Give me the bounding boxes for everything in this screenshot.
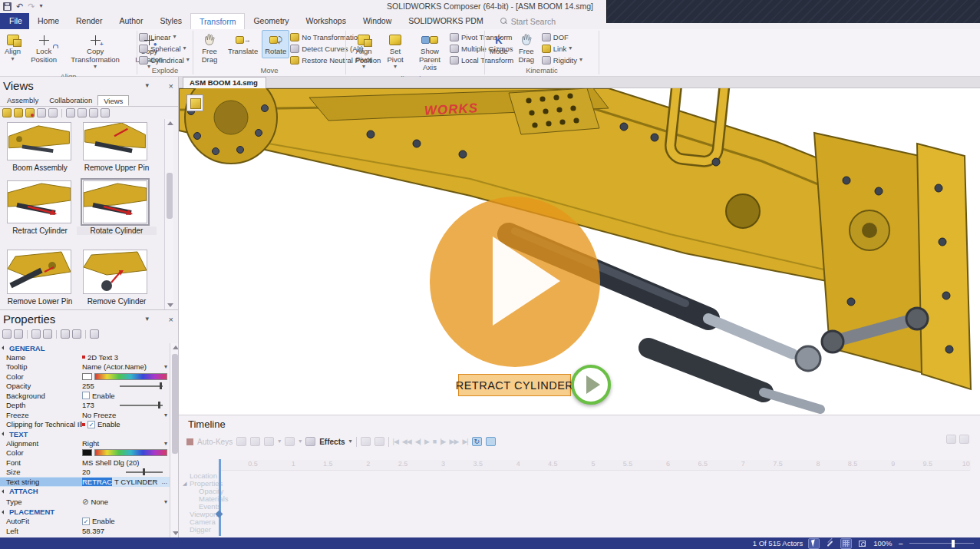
filter-keys-icon[interactable] bbox=[264, 437, 274, 446]
views-close-icon[interactable]: × bbox=[169, 81, 173, 91]
prop-row-autofit[interactable]: AutoFit ✓Enable bbox=[0, 517, 170, 527]
dropdown-caret-icon[interactable]: ▾ bbox=[164, 440, 167, 447]
actor-key-icon[interactable] bbox=[250, 437, 260, 446]
new-view-icon[interactable] bbox=[2, 108, 12, 117]
file-menu-button[interactable]: File bbox=[0, 13, 29, 29]
select-keys-icon[interactable] bbox=[361, 437, 371, 446]
text-color-gradient-picker[interactable] bbox=[94, 449, 167, 456]
duplicate-view-icon[interactable] bbox=[37, 108, 46, 117]
views-scrollbar[interactable] bbox=[164, 119, 173, 309]
tab-styles[interactable]: Styles bbox=[151, 13, 190, 29]
zoom-slider[interactable] bbox=[909, 543, 974, 544]
retract-cylinder-actor-label[interactable]: RETRACT CYLINDER bbox=[458, 374, 571, 396]
zoom-out-button[interactable]: − bbox=[899, 540, 903, 547]
align-pivot-button[interactable]: Align Pivot ▾ bbox=[348, 30, 380, 72]
prop-row-size[interactable]: Size 20 bbox=[0, 468, 170, 478]
link-button[interactable]: Link▾ bbox=[542, 43, 582, 54]
search-box[interactable]: Start Search bbox=[492, 13, 563, 29]
stop-button[interactable]: ■ bbox=[433, 438, 436, 445]
record-view-icon[interactable] bbox=[25, 108, 35, 117]
text-string-rest[interactable]: T CYLINDER bbox=[114, 478, 157, 486]
prop-row-color[interactable]: Color bbox=[0, 372, 170, 382]
kinematic-free-drag-button[interactable]: Free Drag bbox=[512, 30, 541, 66]
alphabetical-icon[interactable] bbox=[14, 329, 23, 339]
new-window-icon[interactable] bbox=[90, 329, 99, 339]
tab-assembly[interactable]: Assembly bbox=[2, 95, 44, 106]
video-play-overlay[interactable] bbox=[430, 197, 600, 367]
style-brush-icon[interactable] bbox=[48, 108, 58, 117]
minimize-during-playback-button-active[interactable] bbox=[486, 437, 496, 446]
view-thumbnail-remove-lower-pin[interactable] bbox=[7, 250, 71, 294]
effects-label[interactable]: Effects bbox=[319, 438, 345, 446]
effects-icon[interactable] bbox=[305, 437, 315, 446]
reset-icon[interactable] bbox=[61, 329, 70, 339]
properties-scrollbar-thumb[interactable] bbox=[172, 354, 178, 454]
set-key-icon[interactable] bbox=[236, 437, 246, 446]
views-scrollbar-thumb[interactable] bbox=[167, 173, 173, 219]
prop-row-alignment[interactable]: Alignment Right▾ bbox=[0, 438, 170, 448]
view-thumbnail-label[interactable]: Rotate Cylinder bbox=[77, 227, 157, 235]
document-tab[interactable]: ASM BOOM 14.smg bbox=[183, 77, 266, 88]
color-gradient-picker[interactable] bbox=[94, 373, 167, 380]
viewport-pages-icon[interactable] bbox=[186, 94, 203, 111]
render-keys-icon[interactable] bbox=[285, 437, 295, 446]
timeline-playhead[interactable] bbox=[219, 459, 221, 536]
view-thumbnail-boom-assembly[interactable] bbox=[7, 122, 71, 160]
tab-collaboration[interactable]: Collaboration bbox=[44, 95, 97, 106]
zoom-slider-thumb[interactable] bbox=[952, 540, 955, 547]
camera-view-2-icon[interactable] bbox=[78, 108, 87, 117]
select-cursor-icon[interactable] bbox=[809, 539, 819, 548]
tab-transform[interactable]: Transform bbox=[190, 13, 245, 29]
step-forward-button[interactable]: |▶ bbox=[440, 438, 445, 445]
go-to-start-button[interactable]: |◀ bbox=[393, 438, 398, 445]
camera-view-3-icon[interactable] bbox=[89, 108, 98, 117]
kinematic-mode-button[interactable]: K Mode bbox=[487, 30, 511, 58]
render-mode-icon[interactable] bbox=[857, 539, 867, 548]
timeline-ruler[interactable]: 0.511.522.533.544.555.566.577.588.599.51… bbox=[220, 460, 971, 471]
play-button[interactable]: ▶ bbox=[424, 438, 429, 445]
tab-solidworks-pdm[interactable]: SOLIDWORKS PDM bbox=[400, 13, 491, 29]
prop-row-clipping[interactable]: Clipping for Technical Illustr... ✓Enabl… bbox=[0, 420, 170, 430]
section-attach[interactable]: ATTACH bbox=[0, 487, 170, 496]
camera-view-4-icon[interactable] bbox=[101, 108, 110, 117]
properties-close-icon[interactable]: × bbox=[169, 315, 173, 324]
prop-row-tooltip[interactable]: Tooltip Name (Actor.Name)▾ bbox=[0, 362, 170, 372]
auto-keys-label[interactable]: Auto-Keys bbox=[197, 438, 233, 446]
tab-views[interactable]: Views bbox=[97, 95, 129, 106]
tab-workshops[interactable]: Workshops bbox=[298, 13, 355, 29]
tab-window[interactable]: Window bbox=[355, 13, 400, 29]
align-button[interactable]: Align ▾ bbox=[2, 30, 24, 64]
tab-geometry[interactable]: Geometry bbox=[245, 13, 297, 29]
copy-transformation-button[interactable]: + Copy Transformation ▾ bbox=[64, 30, 127, 72]
autofit-checkbox-checked[interactable]: ✓ bbox=[82, 518, 90, 525]
color-swatch[interactable] bbox=[82, 373, 92, 380]
scroll-up-icon[interactable] bbox=[167, 121, 173, 125]
view-thumbnail-rotate-cylinder-selected[interactable] bbox=[83, 180, 147, 223]
view-thumbnail-label[interactable]: Retract Cylinder bbox=[0, 227, 80, 235]
view-thumbnail-label[interactable]: Boom Assembly bbox=[0, 164, 80, 172]
rotate-button-active[interactable]: ⤸ Rotate bbox=[262, 30, 289, 58]
prop-row-background[interactable]: Background Enable bbox=[0, 391, 170, 401]
paint-selection-icon[interactable] bbox=[825, 539, 835, 548]
prop-row-font[interactable]: Font MS Shell Dlg (20) bbox=[0, 458, 170, 468]
lock-position-button[interactable]: Lock Position bbox=[25, 30, 63, 66]
free-drag-button[interactable]: Free Drag bbox=[195, 30, 224, 66]
camera-view-1-icon[interactable] bbox=[66, 108, 75, 117]
view-thumbnail-label[interactable]: Remove Lower Pin bbox=[0, 297, 80, 306]
prop-row-freeze[interactable]: Freeze No Freeze▾ bbox=[0, 410, 170, 420]
views-dropdown-icon[interactable]: ▾ bbox=[145, 81, 149, 89]
step-back-button[interactable]: ◀| bbox=[415, 438, 421, 445]
opacity-slider[interactable] bbox=[120, 385, 163, 387]
prop-row-text-color[interactable]: Color bbox=[0, 448, 170, 458]
categorized-icon[interactable] bbox=[2, 329, 12, 339]
track-digger[interactable]: Digger bbox=[179, 526, 355, 534]
rigidity-button[interactable]: Rigidity▾ bbox=[542, 55, 582, 65]
set-pivot-button[interactable]: Set Pivot ▾ bbox=[381, 30, 410, 72]
text-color-swatch[interactable] bbox=[82, 449, 92, 456]
text-string-selection[interactable]: RETRAC bbox=[82, 478, 112, 486]
sync-icon[interactable] bbox=[43, 329, 52, 339]
edit-icon[interactable] bbox=[72, 329, 81, 339]
expander-icon[interactable]: ◢ bbox=[183, 480, 186, 488]
tab-home[interactable]: Home bbox=[29, 13, 68, 29]
prop-row-name[interactable]: Name 2D Text 3 bbox=[0, 352, 170, 362]
